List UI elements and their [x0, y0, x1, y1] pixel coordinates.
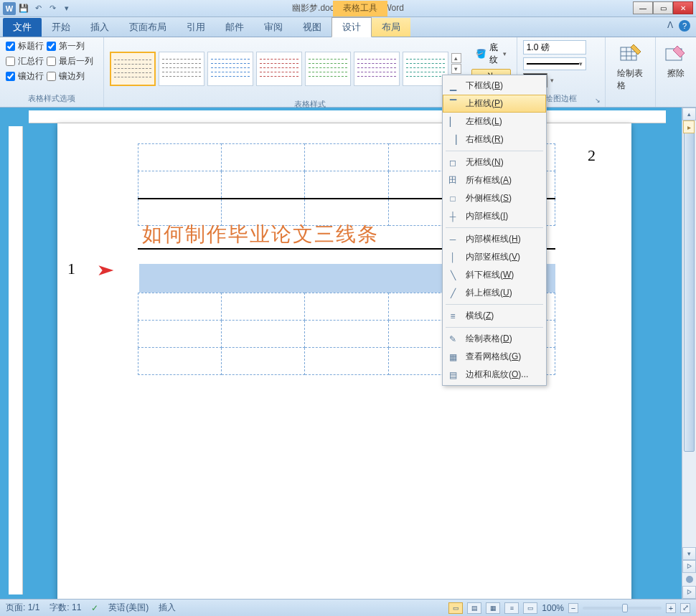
table-styles-gallery[interactable]: ▴ ▾ ⊻ — [110, 52, 461, 86]
view-print-layout-icon[interactable]: ▭ — [448, 602, 463, 614]
group-label-style-options: 表格样式选项 — [6, 92, 98, 105]
border-menu-A[interactable]: 田所有框线(A) — [443, 171, 546, 189]
help-icon[interactable]: ? — [679, 20, 690, 32]
maximize-button[interactable]: ▭ — [653, 1, 673, 14]
ribbon-tabs: 文件 开始 插入 页面布局 引用 邮件 审阅 视图 设计 布局 ᐱ ? — [0, 17, 696, 37]
undo-icon[interactable]: ↶ — [32, 2, 44, 15]
tab-home[interactable]: 开始 — [42, 18, 80, 37]
tab-file[interactable]: 文件 — [3, 18, 42, 37]
chk-first-col[interactable]: 第一列 — [47, 40, 93, 52]
eraser-icon — [664, 43, 687, 66]
draw-table-button[interactable]: 绘制表格 — [611, 40, 649, 95]
horizontal-ruler[interactable] — [29, 110, 666, 123]
gallery-down-icon[interactable]: ▾ — [451, 64, 461, 74]
shading-button[interactable]: 🪣底纹▾ — [471, 40, 511, 67]
border-menu-G[interactable]: ▦查看网格线(G) — [443, 348, 546, 366]
border-menu-I[interactable]: ┼内部框线(I) — [443, 207, 546, 225]
zoom-in-button[interactable]: + — [666, 603, 676, 613]
vertical-scrollbar[interactable]: ▴ ▾ ᐅ ᐅ — [682, 108, 696, 599]
annotation-1: 1 — [67, 260, 75, 278]
border-menu-H[interactable]: ─内部横框线(H) — [443, 230, 546, 248]
prev-page-icon[interactable]: ᐅ — [682, 560, 696, 573]
tab-review[interactable]: 审阅 — [254, 18, 293, 37]
style-thumb-2[interactable] — [159, 52, 204, 86]
border-menu-L[interactable]: ▏左框线(L) — [443, 113, 546, 131]
border-item-icon: ◻ — [446, 157, 460, 169]
pen-weight-select[interactable] — [523, 40, 586, 55]
border-menu-B[interactable]: ▁下框线(B) — [443, 77, 546, 95]
dialog-launcher-icon[interactable]: ↘ — [595, 97, 603, 105]
zoom-fit-button[interactable]: ⤢ — [680, 603, 690, 613]
document-heading: 如何制作毕业论文三线条 — [142, 221, 379, 248]
tab-view[interactable]: 视图 — [293, 18, 331, 37]
qat-customize-icon[interactable]: ▾ — [60, 2, 73, 15]
document-viewport: 如何制作毕业论文三线条 1 2 ➤ ➤ — [0, 108, 680, 599]
scroll-thumb[interactable] — [684, 122, 695, 452]
proofing-icon[interactable]: ✓ — [91, 603, 98, 613]
status-page[interactable]: 页面: 1/1 — [6, 602, 39, 614]
tab-design[interactable]: 设计 — [331, 17, 372, 37]
chk-total-row[interactable]: 汇总行 — [6, 55, 44, 67]
border-item-icon: ▔ — [446, 98, 460, 110]
zoom-level[interactable]: 100% — [542, 603, 564, 613]
tab-references[interactable]: 引用 — [177, 18, 215, 37]
style-thumb-6[interactable] — [354, 52, 400, 86]
border-menu-U[interactable]: ╱斜上框线(U) — [443, 284, 546, 302]
chk-last-col[interactable]: 最后一列 — [47, 55, 93, 67]
status-bar: 页面: 1/1 字数: 11 ✓ 英语(美国) 插入 ▭ ▤ ▦ ≡ ▭ 100… — [0, 599, 696, 616]
side-panel-tab[interactable]: ▸ — [683, 120, 695, 133]
status-mode[interactable]: 插入 — [159, 602, 176, 614]
border-menu-D[interactable]: ✎绘制表格(D) — [443, 330, 546, 348]
chk-banded-rows[interactable]: 镶边行 — [6, 70, 44, 82]
scroll-up-icon[interactable]: ▴ — [682, 108, 696, 120]
view-fullscreen-icon[interactable]: ▤ — [467, 602, 481, 614]
border-item-icon: ≡ — [446, 311, 460, 322]
quick-access-toolbar: W 💾 ↶ ↷ ▾ — [3, 2, 73, 15]
tab-mailings[interactable]: 邮件 — [215, 18, 254, 37]
word-app-icon: W — [3, 2, 16, 15]
title-bar: W 💾 ↶ ↷ ▾ 幽影梦.docx - Microsoft Word 表格工具… — [0, 0, 696, 17]
style-thumb-3[interactable] — [207, 52, 253, 86]
browse-object-icon[interactable] — [686, 576, 693, 583]
next-page-icon[interactable]: ᐅ — [682, 586, 696, 599]
tab-layout[interactable]: 布局 — [372, 18, 410, 37]
border-menu-N[interactable]: ◻无框线(N) — [443, 153, 546, 171]
style-thumb-1[interactable] — [110, 52, 156, 86]
border-item-icon: ▁ — [446, 80, 460, 92]
chk-banded-cols[interactable]: 镶边列 — [47, 70, 93, 82]
view-outline-icon[interactable]: ≡ — [504, 602, 519, 614]
border-item-icon: ╱ — [446, 288, 460, 299]
zoom-slider[interactable] — [583, 607, 662, 610]
eraser-button[interactable]: 擦除 — [662, 40, 690, 82]
status-language[interactable]: 英语(美国) — [108, 602, 149, 614]
minimize-ribbon-icon[interactable]: ᐱ — [667, 20, 673, 32]
minimize-button[interactable]: — — [633, 1, 653, 14]
border-menu-P[interactable]: ▔上框线(P) — [443, 95, 546, 113]
chk-header-row[interactable]: 标题行 — [6, 40, 44, 52]
border-item-icon: ─ — [446, 234, 460, 245]
vertical-ruler[interactable] — [9, 126, 23, 594]
save-icon[interactable]: 💾 — [17, 2, 30, 15]
zoom-out-button[interactable]: − — [568, 603, 578, 613]
border-item-icon: 田 — [446, 175, 460, 186]
style-thumb-5[interactable] — [305, 52, 351, 86]
border-menu-O[interactable]: ▤边框和底纹(O)... — [443, 366, 546, 384]
annotation-2: 2 — [588, 146, 596, 165]
redo-icon[interactable]: ↷ — [46, 2, 59, 15]
border-menu-R[interactable]: ▕右框线(R) — [443, 131, 546, 148]
tab-pagelayout[interactable]: 页面布局 — [119, 18, 177, 37]
group-eraser-btn: 擦除 — [656, 37, 696, 107]
gallery-up-icon[interactable]: ▴ — [451, 53, 461, 63]
view-draft-icon[interactable]: ▭ — [523, 602, 537, 614]
group-table-style-options: 标题行 汇总行 镶边行 第一列 最后一列 镶边列 表格样式选项 — [0, 37, 104, 107]
border-menu-Z[interactable]: ≡横线(Z) — [443, 307, 546, 325]
status-words[interactable]: 字数: 11 — [50, 602, 81, 614]
tab-insert[interactable]: 插入 — [80, 18, 119, 37]
border-menu-W[interactable]: ╲斜下框线(W) — [443, 266, 546, 284]
border-menu-S[interactable]: □外侧框线(S) — [443, 189, 546, 207]
view-web-icon[interactable]: ▦ — [486, 602, 500, 614]
border-menu-V[interactable]: │内部竖框线(V) — [443, 248, 546, 266]
close-button[interactable]: ✕ — [673, 1, 693, 14]
scroll-down-icon[interactable]: ▾ — [682, 547, 696, 560]
style-thumb-4[interactable] — [256, 52, 302, 86]
